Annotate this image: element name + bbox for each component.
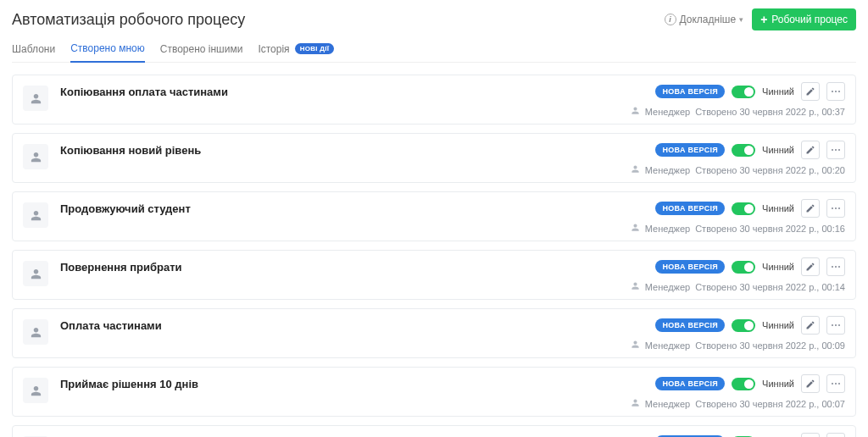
workflow-row[interactable]: Копіювання оплата частинамиНОВА ВЕРСІЯЧи… [12,75,856,124]
tab[interactable]: Створено іншими [160,37,243,62]
edit-button[interactable] [801,199,820,218]
more-button[interactable]: ⋯ [826,199,845,218]
row-controls: НОВА ВЕРСІЯЧинний⋯ [655,433,845,437]
row-body: Продовжуючий студентНОВА ВЕРСІЯЧинний⋯Ме… [60,199,845,234]
role-label: Менеджер [645,399,690,409]
tab[interactable]: ІсторіяНОВІ ДІЇ [258,37,334,62]
tab[interactable]: Шаблони [12,37,55,62]
chevron-down-icon: ▾ [739,15,743,24]
person-icon [631,164,640,175]
more-button[interactable]: ⋯ [826,433,845,437]
edit-button[interactable] [801,374,820,393]
row-top: Продовжуючий студентНОВА ВЕРСІЯЧинний⋯ [60,199,845,218]
person-icon [631,106,640,117]
row-body: Довгі переговори місяцьНОВА ВЕРСІЯЧинний… [60,433,845,437]
active-toggle[interactable] [732,144,755,157]
status-label: Чинний [762,320,794,330]
row-body: Копіювання новий рівеньНОВА ВЕРСІЯЧинний… [60,141,845,175]
row-controls: НОВА ВЕРСІЯЧинний⋯ [655,141,845,159]
more-button[interactable]: ⋯ [826,316,845,335]
status-label: Чинний [762,86,794,97]
row-top: Довгі переговори місяцьНОВА ВЕРСІЯЧинний… [60,433,845,437]
workflow-row[interactable]: Продовжуючий студентНОВА ВЕРСІЯЧинний⋯Ме… [12,191,856,241]
new-version-badge: НОВА ВЕРСІЯ [655,143,725,157]
create-workflow-button[interactable]: + Робочий процес [752,8,856,30]
person-icon [23,261,48,286]
workflow-row[interactable]: Повернення прибратиНОВА ВЕРСІЯЧинний⋯Мен… [12,250,856,300]
row-meta: МенеджерСтворено 30 червня 2022 р., 00:2… [60,164,845,175]
workflow-row[interactable]: Приймає рішення 10 днівНОВА ВЕРСІЯЧинний… [12,367,856,417]
more-button[interactable]: ⋯ [826,374,845,393]
tab-label: Шаблони [12,43,55,55]
workflow-title: Копіювання оплата частинами [60,86,228,98]
workflow-row[interactable]: Копіювання новий рівеньНОВА ВЕРСІЯЧинний… [12,133,856,183]
row-controls: НОВА ВЕРСІЯЧинний⋯ [655,82,845,101]
status-label: Чинний [762,379,794,389]
workflow-title: Повернення прибрати [60,261,182,274]
edit-button[interactable] [801,316,820,335]
row-top: Копіювання новий рівеньНОВА ВЕРСІЯЧинний… [60,141,845,159]
row-body: Оплата частинамиНОВА ВЕРСІЯЧинний⋯Менедж… [60,316,845,351]
plus-icon: + [760,14,767,25]
row-controls: НОВА ВЕРСІЯЧинний⋯ [655,199,845,218]
role-label: Менеджер [645,165,690,175]
person-icon [631,340,640,351]
active-toggle[interactable] [732,261,755,274]
active-toggle[interactable] [732,202,755,215]
edit-button[interactable] [801,82,820,101]
person-icon [631,223,640,234]
role-label: Менеджер [645,340,690,351]
row-top: Копіювання оплата частинамиНОВА ВЕРСІЯЧи… [60,82,845,101]
more-link-label: Докладніше [680,14,737,25]
created-label: Створено 30 червня 2022 р., 00:16 [695,224,845,234]
more-button[interactable]: ⋯ [826,141,845,159]
row-top: Приймає рішення 10 днівНОВА ВЕРСІЯЧинний… [60,374,845,393]
info-icon: i [665,14,676,25]
page-title: Автоматизація робочого процесу [12,11,245,29]
tabs: ШаблониСтворено мноюСтворено іншимиІстор… [12,37,856,63]
header-actions: i Докладніше ▾ + Робочий процес [665,8,856,30]
new-version-badge: НОВА ВЕРСІЯ [655,85,725,98]
status-label: Чинний [762,203,794,213]
row-top: Оплата частинамиНОВА ВЕРСІЯЧинний⋯ [60,316,845,335]
tab-label: Створено іншими [160,43,243,55]
tab[interactable]: Створено мною [70,37,145,63]
active-toggle[interactable] [732,378,755,390]
workflow-row[interactable]: Довгі переговори місяцьНОВА ВЕРСІЯЧинний… [12,425,856,437]
page-header: Автоматизація робочого процесу i Докладн… [12,8,856,30]
workflow-row[interactable]: Оплата частинамиНОВА ВЕРСІЯЧинний⋯Менедж… [12,308,856,358]
tab-label: Історія [258,43,289,55]
row-body: Приймає рішення 10 днівНОВА ВЕРСІЯЧинний… [60,374,845,409]
created-label: Створено 30 червня 2022 р., 00:20 [695,165,845,175]
row-body: Повернення прибратиНОВА ВЕРСІЯЧинний⋯Мен… [60,257,845,292]
row-meta: МенеджерСтворено 30 червня 2022 р., 00:0… [60,398,845,409]
active-toggle[interactable] [732,319,755,332]
more-button[interactable]: ⋯ [826,257,845,276]
person-icon [631,398,640,409]
more-link[interactable]: i Докладніше ▾ [665,14,744,25]
tab-label: Створено мною [70,42,145,54]
more-button[interactable]: ⋯ [826,82,845,101]
created-label: Створено 30 червня 2022 р., 00:14 [695,282,845,292]
new-version-badge: НОВА ВЕРСІЯ [655,202,725,215]
create-workflow-label: Робочий процес [771,14,848,25]
row-meta: МенеджерСтворено 30 червня 2022 р., 00:3… [60,106,845,117]
active-toggle[interactable] [732,86,755,98]
created-label: Створено 30 червня 2022 р., 00:09 [695,340,845,351]
new-version-badge: НОВА ВЕРСІЯ [655,377,725,390]
role-label: Менеджер [645,107,690,117]
row-top: Повернення прибратиНОВА ВЕРСІЯЧинний⋯ [60,257,845,276]
person-icon [23,202,48,228]
role-label: Менеджер [645,224,690,234]
person-icon [23,319,48,345]
created-label: Створено 30 червня 2022 р., 00:37 [695,107,845,117]
new-version-badge: НОВА ВЕРСІЯ [655,318,725,332]
workflow-title: Копіювання новий рівень [60,144,201,157]
row-meta: МенеджерСтворено 30 червня 2022 р., 00:1… [60,223,845,234]
workflow-title: Продовжуючий студент [60,202,191,215]
edit-button[interactable] [801,141,820,159]
workflow-list: Копіювання оплата частинамиНОВА ВЕРСІЯЧи… [12,75,856,437]
person-icon [23,144,48,169]
edit-button[interactable] [801,433,820,437]
edit-button[interactable] [801,257,820,276]
